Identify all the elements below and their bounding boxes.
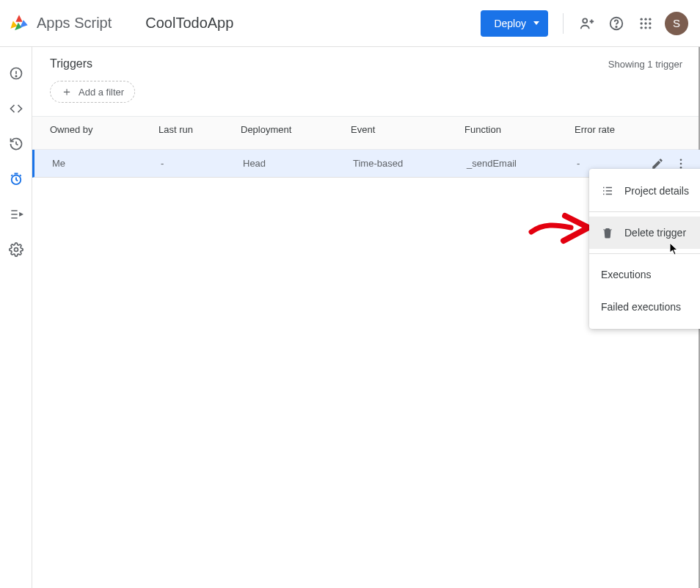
nav-settings-icon[interactable]: [3, 236, 29, 263]
svg-point-11: [649, 26, 651, 29]
help-icon[interactable]: [602, 9, 631, 38]
menu-separator: [589, 253, 700, 254]
svg-point-6: [641, 22, 643, 24]
deploy-button[interactable]: Deploy: [481, 10, 548, 37]
menu-separator: [589, 211, 700, 212]
avatar[interactable]: S: [665, 12, 688, 35]
cell-event: Time-based: [353, 158, 467, 169]
svg-point-2: [616, 26, 616, 26]
main-content: Triggers Showing 1 trigger ＋ Add a filte…: [32, 47, 700, 588]
menu-delete-trigger[interactable]: Delete trigger: [589, 217, 700, 249]
cell-error: -: [577, 158, 643, 169]
svg-point-13: [15, 76, 16, 76]
page-title: Triggers: [50, 57, 92, 70]
svg-point-15: [14, 248, 18, 252]
svg-point-10: [644, 26, 646, 29]
svg-point-7: [644, 22, 646, 24]
avatar-letter: S: [673, 17, 680, 29]
col-header-error[interactable]: Error rate: [575, 124, 641, 135]
deploy-label: Deploy: [494, 18, 526, 29]
menu-executions[interactable]: Executions: [589, 258, 700, 291]
mouse-cursor-icon: [669, 242, 679, 255]
apps-script-logo-icon: [9, 13, 29, 34]
svg-point-0: [583, 18, 587, 23]
cell-func: _sendEmail: [467, 158, 577, 169]
app-name: Apps Script: [37, 15, 112, 32]
nav-overview-icon[interactable]: [3, 60, 29, 87]
menu-executions-label: Executions: [601, 269, 651, 280]
col-header-func[interactable]: Function: [464, 124, 575, 135]
add-filter-label: Add a filter: [79, 87, 124, 98]
chevron-down-icon: [533, 21, 539, 25]
app-header: Apps Script CoolTodoApp Deploy S: [0, 0, 700, 47]
add-filter-chip[interactable]: ＋ Add a filter: [50, 81, 135, 103]
menu-project-details-label: Project details: [624, 185, 689, 197]
table-header: Owned by Last run Deployment Event Funct…: [32, 116, 700, 150]
svg-point-3: [641, 18, 643, 20]
svg-point-8: [649, 22, 651, 24]
menu-failed-executions-label: Failed executions: [601, 301, 681, 313]
trigger-context-menu: Project details Delete trigger Execution…: [589, 169, 700, 329]
menu-delete-trigger-label: Delete trigger: [624, 227, 686, 239]
nav-editor-icon[interactable]: [3, 95, 29, 122]
nav-executions-icon[interactable]: [3, 201, 29, 228]
menu-failed-executions[interactable]: Failed executions: [589, 291, 700, 323]
left-nav: [0, 47, 32, 588]
svg-point-5: [649, 18, 651, 20]
col-header-deploy[interactable]: Deployment: [241, 124, 351, 135]
cell-deploy: Head: [243, 158, 353, 169]
annotation-arrow: [527, 207, 594, 251]
svg-point-17: [680, 162, 682, 164]
menu-project-details[interactable]: Project details: [589, 175, 700, 207]
svg-point-4: [644, 18, 646, 20]
cell-owned: Me: [52, 158, 161, 169]
header-divider: [563, 13, 564, 34]
share-icon[interactable]: [572, 9, 602, 38]
col-header-lastrun[interactable]: Last run: [158, 124, 241, 135]
apps-grid-icon[interactable]: [631, 9, 660, 38]
plus-icon: ＋: [61, 86, 73, 98]
logo-area: Apps Script: [9, 13, 112, 34]
project-name[interactable]: CoolTodoApp: [145, 15, 233, 32]
svg-point-9: [641, 26, 643, 29]
col-header-owned[interactable]: Owned by: [50, 124, 158, 135]
svg-point-16: [680, 159, 682, 161]
svg-point-18: [680, 166, 682, 168]
trigger-count: Showing 1 trigger: [608, 59, 682, 70]
nav-triggers-icon[interactable]: [3, 166, 29, 192]
cell-lastrun: -: [161, 158, 243, 169]
col-header-event[interactable]: Event: [351, 124, 464, 135]
nav-history-icon[interactable]: [3, 131, 29, 157]
